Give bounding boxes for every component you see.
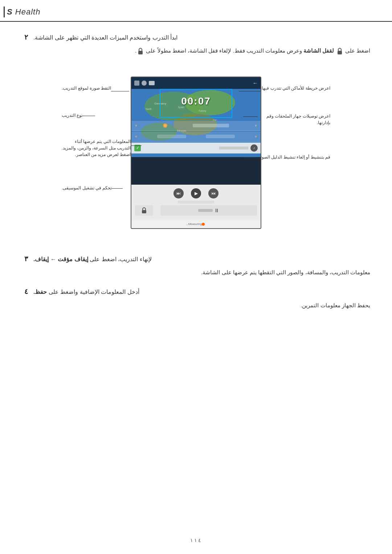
svg-text:North: North: [146, 108, 152, 110]
next-button: ⏭: [173, 188, 184, 198]
step-3: لإنهاء التدريب، اضغط على إيقاف مؤقت ← إي…: [22, 254, 370, 277]
audio-guide-row: ♪ ✓: [131, 143, 261, 153]
device-diagram: Germany Ukraine Spain Turkey North Iran …: [58, 66, 334, 243]
annotation-info: المعلومات التي يتم عرضها أثناء التدريب م…: [60, 138, 131, 158]
annotation-top-right: اعرض خريطة للأماكن التي تتدرب فيها.: [261, 86, 330, 91]
svg-rect-0: [338, 51, 342, 54]
step-2-main-text: ابدأ التدرب واستخدم الميزات العديدة التي…: [33, 33, 177, 42]
topbar-right: [134, 81, 155, 86]
device-topbar: ←: [131, 77, 261, 89]
annotation-music: تحكم في تشغيل الموسيقى.: [62, 185, 112, 190]
svg-rect-14: [142, 210, 146, 213]
pause-button[interactable]: ⏸: [160, 205, 257, 216]
step-2-sub-text: اضغط على لقفل الشاشة وعرض معلومات التدري…: [22, 46, 370, 56]
svg-rect-1: [138, 51, 143, 54]
annotation-top-left: التقط صورة لموقع التدريب.: [62, 86, 111, 91]
header-divider: [4, 7, 5, 17]
lock-button[interactable]: [135, 205, 153, 216]
annotation-audio: قم بتنشيط أو إلغاء تنشيط الدليل الصوتي.: [256, 155, 330, 160]
camera-icon: [149, 81, 155, 85]
page-header: S Health: [0, 0, 392, 22]
lock-icon-2: [137, 48, 144, 55]
play-button: ▶: [191, 188, 201, 198]
music-title: [131, 201, 261, 204]
topbar-left: ←: [253, 80, 258, 86]
main-content: ابدأ التدرب واستخدم الميزات العديدة التي…: [0, 33, 392, 310]
page-number: ١١٤: [190, 537, 202, 543]
status-dot: [202, 223, 205, 226]
pause-lock-row: ⏸: [131, 205, 261, 216]
step-4-main-text: أدخل المعلومات الإضافية واضغط على حفظ.: [33, 287, 139, 297]
connecting-text: Measuring...: [186, 222, 202, 226]
annotation-accessories: اعرض توصيلات جهاز الملحقات وقم بإدارتها.: [258, 113, 330, 126]
step-4: أدخل المعلومات الإضافية واضغط على حفظ. ٤…: [22, 287, 370, 310]
timer-display: 00:07: [181, 95, 211, 107]
step-2-header: ابدأ التدرب واستخدم الميزات العديدة التي…: [22, 33, 370, 42]
prev-button: ⏮: [208, 188, 219, 198]
lock-btn-icon: [141, 207, 147, 214]
device-info-row-1: ▼ ◎ ▼: [131, 121, 261, 131]
annotation-training-type: نوع التدريب: [62, 113, 82, 118]
header-title: S Health: [7, 7, 40, 17]
step-2: ابدأ التدرب واستخدم الميزات العديدة التي…: [22, 33, 370, 56]
step-4-number: ٤: [22, 287, 30, 296]
step-3-sub-text: معلومات التدريب، والمسافة، والصور التي ا…: [22, 268, 370, 277]
lock-icon-1: [336, 48, 343, 55]
step-2-number: ٢: [22, 33, 30, 41]
music-controls: ⏮ ▶ ⏭: [131, 185, 261, 201]
device-info-row-2: ▼ ▼: [131, 132, 261, 142]
device-bottom-bar: Measuring...: [131, 220, 261, 228]
device-screen: Germany Ukraine Spain Turkey North Iran …: [131, 77, 261, 229]
back-arrow-icon: ←: [253, 80, 258, 86]
phone-icon: [142, 81, 147, 86]
step-3-main-text: لإنهاء التدريب، اضغط على إيقاف مؤقت ← إي…: [33, 254, 152, 264]
step-3-header: لإنهاء التدريب، اضغط على إيقاف مؤقت ← إي…: [22, 254, 370, 264]
step-4-sub-text: يحفظ الجهاز معلومات التمرين.: [22, 301, 370, 310]
edit-icon: [134, 81, 139, 86]
step-3-number: ٣: [22, 255, 30, 263]
step-4-header: أدخل المعلومات الإضافية واضغط على حفظ. ٤: [22, 287, 370, 297]
